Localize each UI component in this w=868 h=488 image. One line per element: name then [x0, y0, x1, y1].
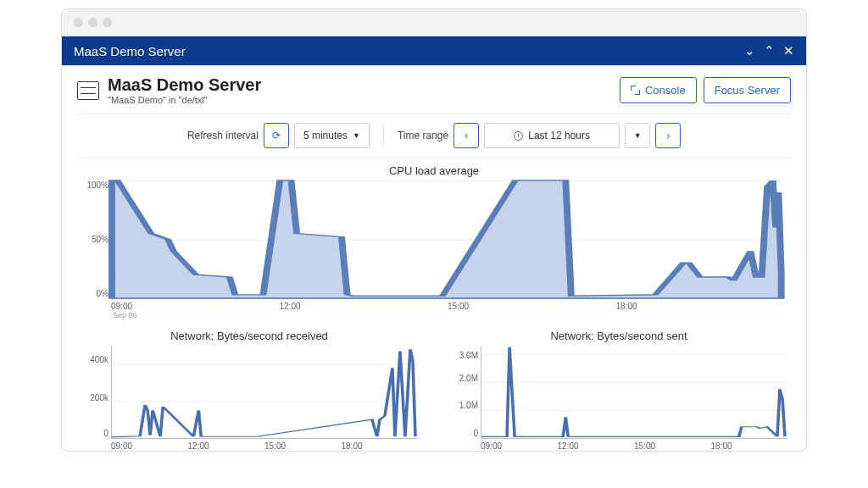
toolbar: Refresh interval ⟳ 5 minutes ▼ Time rang… — [77, 114, 791, 158]
net-tx-x-axis: 09:00 12:00 15:00 18:00 — [481, 439, 787, 451]
mac-traffic-lights — [62, 9, 806, 36]
net-tx-chart-title: Network: Bytes/second sent — [447, 330, 791, 342]
time-range-label: Time range — [398, 130, 448, 141]
mac-close-dot[interactable] — [74, 18, 83, 27]
net-rx-x-axis: 09:00 12:00 15:00 18:00 — [111, 439, 418, 451]
page-title: MaaS Demo Server — [108, 75, 261, 95]
net-tx-chart[interactable]: 3.0M 2.0M 1.0M 0 — [481, 346, 787, 439]
divider — [383, 125, 384, 146]
time-range-value: Last 12 hours — [528, 130, 590, 141]
net-rx-y-axis: 400k 200k 0 — [78, 346, 108, 438]
mac-max-dot[interactable] — [103, 18, 112, 27]
cpu-y-axis: 100% 50% 0% — [78, 180, 108, 298]
focus-server-button[interactable]: Focus Server — [704, 77, 791, 103]
time-range-next-button[interactable]: › — [655, 123, 681, 148]
net-tx-chart-block: Network: Bytes/second sent 3.0M 2.0M 1.0… — [447, 330, 791, 451]
caret-down-icon: ▼ — [634, 131, 642, 140]
chevron-left-icon: ‹ — [465, 130, 468, 141]
cpu-chart-block: CPU load average 100% 50% 0% 09:00 12:00… — [77, 164, 791, 319]
expand-icon — [631, 86, 640, 95]
console-button[interactable]: Console — [620, 77, 697, 103]
chevron-up-icon[interactable]: ⌃ — [764, 43, 775, 58]
close-icon[interactable]: ✕ — [783, 43, 794, 58]
time-range-prev-button[interactable]: ‹ — [453, 123, 479, 148]
app-window: MaaS Demo Server ⌄ ⌃ ✕ MaaS Demo Server … — [61, 8, 807, 452]
net-rx-chart-title: Network: Bytes/second received — [77, 330, 421, 342]
net-tx-y-axis: 3.0M 2.0M 1.0M 0 — [448, 346, 478, 438]
net-rx-chart[interactable]: 400k 200k 0 — [111, 346, 418, 439]
refresh-icon: ⟳ — [272, 130, 281, 141]
time-range-dropdown-button[interactable]: ▼ — [625, 123, 650, 148]
titlebar: MaaS Demo Server ⌄ ⌃ ✕ — [62, 36, 806, 65]
chevron-down-icon[interactable]: ⌄ — [744, 43, 755, 58]
time-range-select[interactable]: Last 12 hours — [484, 123, 620, 148]
refresh-interval-value: 5 minutes — [303, 130, 348, 141]
page-subtitle: "MaaS Demo" in "de/txl" — [108, 95, 261, 105]
cpu-chart[interactable]: 100% 50% 0% — [111, 180, 784, 299]
refresh-interval-label: Refresh interval — [187, 130, 259, 141]
mac-min-dot[interactable] — [88, 18, 97, 27]
focus-server-button-label: Focus Server — [715, 84, 780, 97]
clock-icon — [514, 131, 523, 141]
refresh-now-button[interactable]: ⟳ — [264, 123, 289, 148]
chevron-right-icon: › — [666, 130, 670, 141]
refresh-interval-select[interactable]: 5 minutes ▼ — [294, 123, 370, 148]
caret-down-icon: ▼ — [353, 131, 360, 140]
cpu-x-axis: 09:00 12:00 15:00 18:00 — [111, 299, 784, 311]
cpu-chart-title: CPU load average — [77, 164, 791, 177]
window-title: MaaS Demo Server — [74, 44, 186, 58]
net-rx-chart-block: Network: Bytes/second received 400k 200k… — [77, 330, 421, 451]
cpu-x-sub: Sep 06 — [111, 311, 784, 319]
server-icon — [77, 81, 99, 100]
console-button-label: Console — [645, 84, 686, 97]
